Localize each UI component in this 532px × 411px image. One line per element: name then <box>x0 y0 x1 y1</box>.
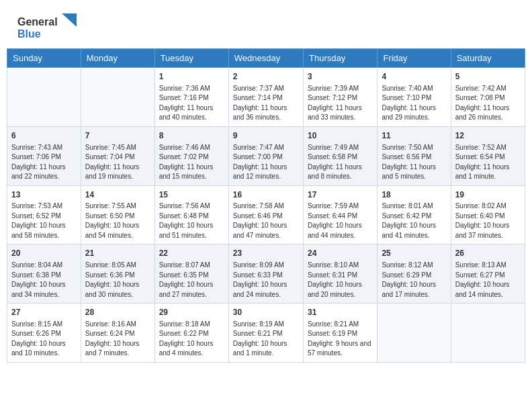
day-number: 9 <box>233 130 299 142</box>
sunset-text: Sunset: 6:58 PM <box>308 153 357 161</box>
calendar-cell: 20 Sunrise: 8:04 AM Sunset: 6:38 PM Dayl… <box>7 244 81 304</box>
day-details: Sunrise: 8:15 AM Sunset: 6:26 PM Dayligh… <box>11 320 77 359</box>
calendar-cell: 26 Sunrise: 8:13 AM Sunset: 6:27 PM Dayl… <box>451 244 525 304</box>
daylight-text: Daylight: 10 hours and 24 minutes. <box>233 281 287 298</box>
day-number: 15 <box>159 189 224 201</box>
day-number: 11 <box>382 130 446 142</box>
day-number: 14 <box>85 189 150 201</box>
sunrise-text: Sunrise: 8:01 AM <box>382 202 433 210</box>
sunset-text: Sunset: 6:44 PM <box>308 212 357 220</box>
daylight-text: Daylight: 11 hours and 40 minutes. <box>159 104 214 122</box>
day-details: Sunrise: 8:16 AM Sunset: 6:24 PM Dayligh… <box>85 320 150 359</box>
sunset-text: Sunset: 6:56 PM <box>382 153 431 161</box>
daylight-text: Daylight: 11 hours and 15 minutes. <box>159 163 214 181</box>
svg-marker-0 <box>62 13 77 27</box>
sunrise-text: Sunrise: 8:10 AM <box>308 261 359 269</box>
sunset-text: Sunset: 6:26 PM <box>11 330 61 337</box>
sunrise-text: Sunrise: 7:47 AM <box>233 144 284 151</box>
daylight-text: Daylight: 11 hours and 1 minute. <box>455 163 510 181</box>
daylight-text: Daylight: 9 hours and 57 minutes. <box>308 340 371 357</box>
day-number: 18 <box>382 189 446 201</box>
sunrise-text: Sunrise: 8:12 AM <box>382 261 433 269</box>
calendar-cell: 24 Sunrise: 8:10 AM Sunset: 6:31 PM Dayl… <box>304 244 378 304</box>
calendar-cell <box>378 304 451 363</box>
sunset-text: Sunset: 6:38 PM <box>11 271 61 279</box>
sunrise-text: Sunrise: 7:50 AM <box>382 144 433 151</box>
svg-text:General: General <box>17 16 58 28</box>
calendar-header-row: Sunday Monday Tuesday Wednesday Thursday… <box>7 49 525 68</box>
calendar-cell: 19 Sunrise: 8:02 AM Sunset: 6:40 PM Dayl… <box>451 185 525 244</box>
day-number: 24 <box>308 248 373 259</box>
calendar-cell: 5 Sunrise: 7:42 AM Sunset: 7:08 PM Dayli… <box>451 68 525 127</box>
sunset-text: Sunset: 7:00 PM <box>233 153 283 161</box>
sunset-text: Sunset: 6:22 PM <box>159 330 209 337</box>
calendar-cell: 11 Sunrise: 7:50 AM Sunset: 6:56 PM Dayl… <box>378 126 451 185</box>
sunset-text: Sunset: 6:31 PM <box>308 271 357 279</box>
day-number: 21 <box>85 248 150 259</box>
sunset-text: Sunset: 7:06 PM <box>11 153 61 161</box>
day-details: Sunrise: 7:42 AM Sunset: 7:08 PM Dayligh… <box>455 84 521 123</box>
calendar-cell: 23 Sunrise: 8:09 AM Sunset: 6:33 PM Dayl… <box>228 244 303 304</box>
calendar-cell: 28 Sunrise: 8:16 AM Sunset: 6:24 PM Dayl… <box>81 304 154 363</box>
sunset-text: Sunset: 6:42 PM <box>382 212 431 220</box>
day-details: Sunrise: 7:40 AM Sunset: 7:10 PM Dayligh… <box>382 84 446 123</box>
col-thursday: Thursday <box>304 49 378 68</box>
daylight-text: Daylight: 10 hours and 47 minutes. <box>233 222 287 239</box>
calendar-cell: 31 Sunrise: 8:21 AM Sunset: 6:19 PM Dayl… <box>304 304 378 363</box>
day-details: Sunrise: 7:43 AM Sunset: 7:06 PM Dayligh… <box>11 143 77 182</box>
calendar-cell: 6 Sunrise: 7:43 AM Sunset: 7:06 PM Dayli… <box>7 126 81 185</box>
daylight-text: Daylight: 11 hours and 22 minutes. <box>11 163 66 181</box>
day-details: Sunrise: 8:09 AM Sunset: 6:33 PM Dayligh… <box>233 261 299 300</box>
sunset-text: Sunset: 7:08 PM <box>455 94 505 101</box>
daylight-text: Daylight: 10 hours and 34 minutes. <box>11 281 66 298</box>
calendar-cell: 7 Sunrise: 7:45 AM Sunset: 7:04 PM Dayli… <box>81 126 154 185</box>
header: General Blue <box>0 0 532 48</box>
sunrise-text: Sunrise: 7:52 AM <box>455 144 506 151</box>
calendar-cell: 9 Sunrise: 7:47 AM Sunset: 7:00 PM Dayli… <box>228 126 303 185</box>
day-details: Sunrise: 8:12 AM Sunset: 6:29 PM Dayligh… <box>382 261 446 300</box>
daylight-text: Daylight: 11 hours and 33 minutes. <box>308 104 362 122</box>
daylight-text: Daylight: 10 hours and 58 minutes. <box>11 222 66 239</box>
sunrise-text: Sunrise: 7:59 AM <box>308 202 359 210</box>
daylight-text: Daylight: 10 hours and 27 minutes. <box>159 281 214 298</box>
day-details: Sunrise: 7:59 AM Sunset: 6:44 PM Dayligh… <box>308 201 373 240</box>
sunrise-text: Sunrise: 8:16 AM <box>85 320 136 328</box>
sunrise-text: Sunrise: 7:37 AM <box>233 85 284 92</box>
day-number: 19 <box>455 189 521 201</box>
col-tuesday: Tuesday <box>154 49 228 68</box>
sunrise-text: Sunrise: 7:58 AM <box>233 202 284 210</box>
calendar-week-row: 6 Sunrise: 7:43 AM Sunset: 7:06 PM Dayli… <box>7 126 525 185</box>
day-details: Sunrise: 7:56 AM Sunset: 6:48 PM Dayligh… <box>159 201 224 240</box>
day-details: Sunrise: 7:58 AM Sunset: 6:46 PM Dayligh… <box>233 201 299 240</box>
sunrise-text: Sunrise: 8:13 AM <box>455 261 506 269</box>
day-number: 12 <box>455 130 521 142</box>
day-details: Sunrise: 7:50 AM Sunset: 6:56 PM Dayligh… <box>382 143 446 182</box>
day-details: Sunrise: 7:55 AM Sunset: 6:50 PM Dayligh… <box>85 201 150 240</box>
day-details: Sunrise: 7:49 AM Sunset: 6:58 PM Dayligh… <box>308 143 373 182</box>
sunset-text: Sunset: 6:33 PM <box>233 271 283 279</box>
daylight-text: Daylight: 10 hours and 20 minutes. <box>308 281 362 298</box>
calendar-week-row: 27 Sunrise: 8:15 AM Sunset: 6:26 PM Dayl… <box>7 304 525 363</box>
day-details: Sunrise: 7:52 AM Sunset: 6:54 PM Dayligh… <box>455 143 521 182</box>
daylight-text: Daylight: 11 hours and 5 minutes. <box>382 163 436 181</box>
calendar-container: Sunday Monday Tuesday Wednesday Thursday… <box>0 48 532 369</box>
sunrise-text: Sunrise: 7:53 AM <box>11 202 62 210</box>
day-details: Sunrise: 7:39 AM Sunset: 7:12 PM Dayligh… <box>308 84 373 123</box>
day-details: Sunrise: 8:18 AM Sunset: 6:22 PM Dayligh… <box>159 320 224 359</box>
sunrise-text: Sunrise: 8:04 AM <box>11 261 62 269</box>
sunset-text: Sunset: 7:10 PM <box>382 94 431 101</box>
day-details: Sunrise: 8:02 AM Sunset: 6:40 PM Dayligh… <box>455 201 521 240</box>
calendar-cell: 3 Sunrise: 7:39 AM Sunset: 7:12 PM Dayli… <box>304 68 378 127</box>
sunrise-text: Sunrise: 7:39 AM <box>308 85 359 92</box>
daylight-text: Daylight: 10 hours and 30 minutes. <box>85 281 140 298</box>
calendar-cell <box>451 304 525 363</box>
calendar-cell <box>7 68 81 127</box>
sunrise-text: Sunrise: 8:21 AM <box>308 320 359 328</box>
day-details: Sunrise: 7:37 AM Sunset: 7:14 PM Dayligh… <box>233 84 299 123</box>
day-number: 1 <box>159 71 224 83</box>
sunset-text: Sunset: 6:21 PM <box>233 330 283 337</box>
calendar-cell: 25 Sunrise: 8:12 AM Sunset: 6:29 PM Dayl… <box>378 244 451 304</box>
sunrise-text: Sunrise: 8:07 AM <box>159 261 210 269</box>
sunrise-text: Sunrise: 7:56 AM <box>159 202 210 210</box>
day-number: 2 <box>233 71 299 83</box>
